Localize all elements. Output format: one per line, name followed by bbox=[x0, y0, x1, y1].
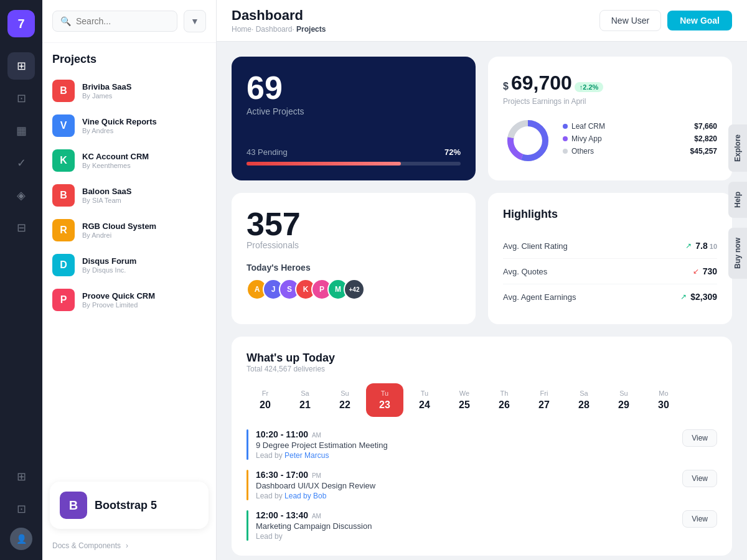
legend-left: Leaf CRM bbox=[563, 122, 605, 131]
project-item[interactable]: K KC Account CRM By Keenthemes bbox=[47, 143, 211, 178]
day-name: Tu bbox=[381, 390, 388, 397]
search-icon: 🔍 bbox=[60, 16, 71, 26]
content-area: 69 Active Projects 43 Pending 72% $ bbox=[217, 42, 747, 560]
legend-value: $2,820 bbox=[694, 134, 717, 143]
project-info: KC Account CRM By Keenthemes bbox=[82, 152, 206, 169]
legend-item: Leaf CRM $7,660 bbox=[563, 122, 717, 131]
top-cards: 69 Active Projects 43 Pending 72% $ bbox=[232, 57, 732, 180]
project-item[interactable]: B Baloon SaaS By SIA Team bbox=[47, 178, 211, 213]
calendar-day[interactable]: We 25 bbox=[446, 383, 483, 417]
new-user-button[interactable]: New User bbox=[599, 10, 661, 31]
event-line bbox=[247, 429, 248, 460]
legend-dot bbox=[563, 124, 568, 129]
project-name: Disqus Forum bbox=[82, 256, 206, 266]
project-item[interactable]: B Briviba SaaS By James bbox=[47, 73, 211, 108]
project-name: KC Account CRM bbox=[82, 152, 206, 161]
event-content: 12:00 - 13:40 AM Marketing Campaign Disc… bbox=[256, 510, 675, 541]
active-projects-percent: 72% bbox=[444, 147, 461, 157]
day-name: Fr bbox=[262, 390, 268, 397]
legend-dot bbox=[563, 136, 568, 141]
filter-button[interactable]: ▼ bbox=[184, 10, 206, 32]
project-info: RGB Cloud System By Andrei bbox=[82, 222, 206, 239]
calendar-day[interactable]: Fr 20 bbox=[247, 383, 284, 417]
calendar-day[interactable]: Sa 28 bbox=[565, 383, 603, 417]
calendar-day[interactable]: Mo 30 bbox=[645, 383, 682, 417]
trend-icon: ↙ bbox=[693, 267, 699, 276]
help-tab[interactable]: Help bbox=[728, 182, 747, 218]
nav-chart-icon[interactable]: ▦ bbox=[7, 117, 35, 144]
project-item[interactable]: V Vine Quick Reports By Andres bbox=[47, 108, 211, 143]
day-name: Fri bbox=[540, 390, 548, 397]
highlight-row: Avg. Agent Earnings ↗ $2,309 bbox=[503, 284, 717, 309]
event-content: 10:20 - 11:00 AM 9 Degree Project Estima… bbox=[256, 429, 675, 460]
breadcrumb: Home· Dashboard· Projects bbox=[232, 25, 326, 34]
highlight-row: Avg. Quotes ↙ 730 bbox=[503, 259, 717, 284]
sidebar: 🔍 ▼ Projects B Briviba SaaS By James V V… bbox=[42, 0, 217, 560]
day-number: 30 bbox=[658, 399, 669, 411]
active-projects-label: Active Projects bbox=[247, 106, 461, 116]
project-name: RGB Cloud System bbox=[82, 222, 206, 231]
project-info: Baloon SaaS By SIA Team bbox=[82, 187, 206, 204]
nav-grid2-icon[interactable]: ⊡ bbox=[7, 495, 35, 523]
search-input[interactable] bbox=[76, 16, 169, 26]
calendar-day[interactable]: Tu 24 bbox=[406, 383, 443, 417]
project-logo: R bbox=[52, 219, 75, 241]
calendar-day[interactable]: Sa 21 bbox=[286, 383, 324, 417]
calendar-day[interactable]: Th 26 bbox=[486, 383, 523, 417]
nav-settings-icon[interactable]: ⊞ bbox=[7, 463, 35, 490]
day-number: 26 bbox=[499, 399, 510, 411]
project-name: Baloon SaaS bbox=[82, 187, 206, 196]
event-lead-link[interactable]: Peter Marcus bbox=[284, 451, 329, 460]
event-lead-link[interactable]: Lead by Bob bbox=[284, 492, 326, 500]
pending-count: 43 Pending bbox=[247, 147, 288, 157]
event-view-button[interactable]: View bbox=[682, 429, 717, 447]
amount-value: 69,700 bbox=[511, 72, 572, 95]
nav-modules-icon[interactable]: ⊡ bbox=[7, 85, 35, 112]
day-name: Th bbox=[500, 390, 509, 397]
user-avatar[interactable]: 👤 bbox=[10, 528, 32, 550]
project-author: By SIA Team bbox=[82, 197, 206, 204]
project-item[interactable]: D Disqus Forum By Disqus Inc. bbox=[47, 248, 211, 282]
progress-bar-fill bbox=[247, 162, 401, 166]
event-view-button[interactable]: View bbox=[682, 470, 717, 487]
project-item[interactable]: R RGB Cloud System By Andrei bbox=[47, 213, 211, 248]
event-item: 12:00 - 13:40 AM Marketing Campaign Disc… bbox=[247, 510, 717, 541]
nav-briefcase-icon[interactable]: ⊟ bbox=[7, 214, 35, 241]
calendar-day[interactable]: Tu 23 bbox=[366, 383, 403, 417]
calendar-day[interactable]: Su 29 bbox=[605, 383, 642, 417]
breadcrumb-home[interactable]: Home· bbox=[232, 25, 253, 34]
highlights-card: Highlights Avg. Client Rating ↗ 7.8 10 A… bbox=[488, 193, 732, 324]
explore-tab[interactable]: Explore bbox=[728, 124, 747, 172]
nav-layers-icon[interactable]: ◈ bbox=[7, 182, 35, 209]
events-list: 10:20 - 11:00 AM 9 Degree Project Estima… bbox=[247, 429, 717, 541]
project-author: By Proove Limited bbox=[82, 301, 206, 309]
highlight-value-area: ↙ 730 bbox=[693, 266, 717, 276]
page-title: Dashboard bbox=[232, 7, 326, 24]
legend-label: Leaf CRM bbox=[571, 122, 605, 131]
event-content: 16:30 - 17:00 PM Dashboard UI/UX Design … bbox=[256, 470, 675, 500]
progress-bar-background bbox=[247, 162, 461, 166]
earnings-legend: Leaf CRM $7,660 Mivy App $2,820 Others $… bbox=[563, 122, 717, 159]
calendar-day[interactable]: Fri 27 bbox=[525, 383, 563, 417]
bootstrap-card: B Bootstrap 5 bbox=[50, 482, 209, 529]
legend-value: $45,257 bbox=[690, 147, 717, 156]
search-box[interactable]: 🔍 bbox=[52, 11, 177, 32]
new-goal-button[interactable]: New Goal bbox=[667, 11, 732, 30]
project-item[interactable]: P Proove Quick CRM By Proove Limited bbox=[47, 282, 211, 317]
docs-link[interactable]: Docs & Components bbox=[52, 541, 121, 550]
buy-now-tab[interactable]: Buy now bbox=[728, 228, 747, 279]
calendar-day[interactable]: Su 22 bbox=[326, 383, 364, 417]
event-lead: Lead by Peter Marcus bbox=[256, 451, 675, 460]
calendar-title: What's up Today bbox=[247, 352, 717, 365]
calendar-header: What's up Today Total 424,567 deliveries bbox=[247, 352, 717, 373]
breadcrumb-dashboard[interactable]: Dashboard· bbox=[256, 25, 294, 34]
highlight-label: Avg. Client Rating bbox=[503, 241, 568, 251]
event-view-button[interactable]: View bbox=[682, 510, 717, 528]
nav-grid-icon[interactable]: ⊞ bbox=[7, 52, 35, 80]
project-logo: V bbox=[52, 114, 75, 137]
nav-avatar[interactable]: 7 bbox=[7, 10, 35, 37]
nav-check-icon[interactable]: ✓ bbox=[7, 149, 35, 177]
highlight-value-area: ↗ 7.8 10 bbox=[685, 241, 717, 251]
event-title: Dashboard UI/UX Design Review bbox=[256, 481, 675, 490]
day-number: 25 bbox=[459, 399, 470, 411]
